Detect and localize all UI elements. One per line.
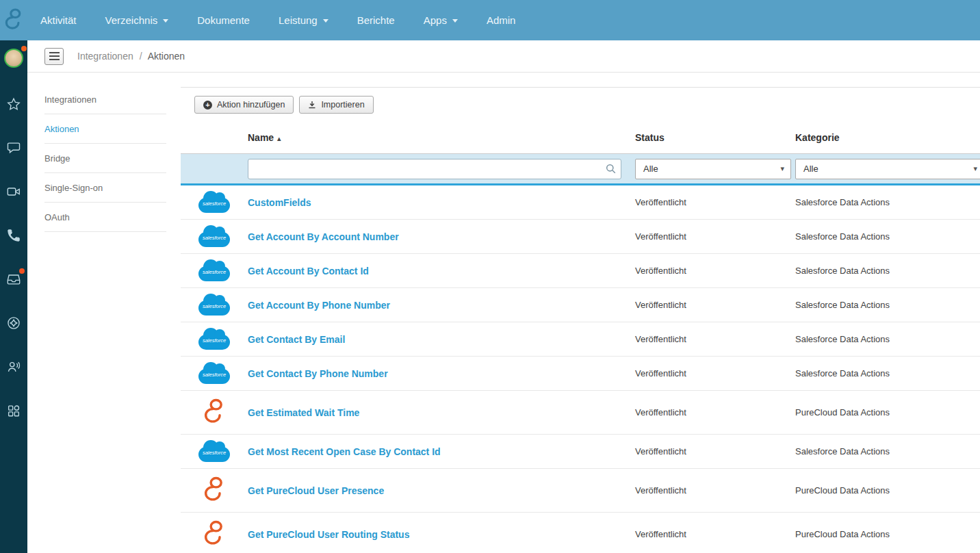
action-name-link[interactable]: Get PureCloud User Routing Status [248,529,635,540]
purecloud-icon [181,519,248,550]
genesys-logo [0,0,27,40]
column-header-name[interactable]: Name▴ [248,132,635,143]
video-icon[interactable] [5,183,23,201]
nav-menu: Aktivität Verzeichnis Dokumente Leistung… [40,0,530,40]
phone-icon[interactable] [5,227,23,244]
nav-item-label: Apps [424,14,447,26]
salesforce-icon: salesforce [198,232,230,247]
action-name-link[interactable]: Get Estimated Wait Time [248,407,635,418]
avatar [4,49,23,68]
action-status: Veröffentlicht [635,529,795,539]
breadcrumb-separator: / [136,51,146,62]
nav-item-leistung[interactable]: Leistung [264,0,343,40]
action-category: Salesforce Data Actions [795,231,980,242]
sidebar-item-oauth[interactable]: OAuth [44,203,166,232]
breadcrumb-section[interactable]: Integrationen [77,51,133,62]
action-name-link[interactable]: Get Account By Phone Number [248,300,635,311]
table-header: Name▴ Status Kategorie [181,122,980,153]
menu-toggle-button[interactable] [44,48,64,65]
plus-icon: + [203,101,212,110]
sidebar-item-aktionen[interactable]: Aktionen [44,114,166,144]
table-row[interactable]: salesforce Get Account By Contact Id Ver… [181,254,980,288]
nav-item-apps[interactable]: Apps [409,0,472,40]
user-avatar[interactable] [4,49,23,68]
chevron-down-icon [163,19,168,23]
chevron-down-icon [452,19,458,23]
action-name-link[interactable]: CustomFields [248,197,635,208]
table-row[interactable]: Get Estimated Wait Time Veröffentlicht P… [181,391,980,435]
table-row[interactable]: Get PureCloud User Routing Status Veröff… [181,513,980,553]
action-status: Veröffentlicht [635,266,795,276]
action-category: PureCloud Data Actions [795,485,980,496]
nav-item-aktivitaet[interactable]: Aktivität [40,0,91,40]
salesforce-icon: salesforce [198,300,230,316]
action-name-link[interactable]: Get Account By Contact Id [248,266,635,276]
salesforce-icon: salesforce [198,198,230,213]
purecloud-icon [181,397,248,428]
action-category: Salesforce Data Actions [795,334,980,344]
name-filter [248,159,621,179]
nav-item-label: Verzeichnis [105,14,158,26]
nav-item-dokumente[interactable]: Dokumente [183,0,264,40]
import-label: Importieren [321,100,364,110]
header-bar: Integrationen / Aktionen [27,40,980,73]
inbox-icon[interactable] [5,270,23,288]
chat-icon[interactable] [5,139,23,157]
nav-item-label: Leistung [279,14,318,26]
category-filter-value: Alle [803,164,818,174]
chevron-down-icon: ▾ [780,164,784,173]
nav-item-verzeichnis[interactable]: Verzeichnis [91,0,183,40]
action-category: Salesforce Data Actions [795,266,980,276]
apps-grid-icon[interactable] [5,402,23,420]
action-name-link[interactable]: Get Account By Account Number [248,231,635,242]
action-category: PureCloud Data Actions [795,407,980,417]
sidebar-item-single-sign-on[interactable]: Single-Sign-on [44,173,166,203]
sidebar-item-integrationen[interactable]: Integrationen [44,85,166,114]
nav-item-label: Dokumente [197,14,250,26]
table-row[interactable]: salesforce Get Most Recent Open Case By … [181,435,980,469]
favorites-star-icon[interactable] [5,95,23,113]
action-name-link[interactable]: Get Contact By Email [248,334,635,345]
top-nav: Aktivität Verzeichnis Dokumente Leistung… [0,0,980,40]
table-row[interactable]: Get PureCloud User Presence Veröffentlic… [181,469,980,513]
chevron-down-icon [323,19,328,23]
breadcrumb-page: Aktionen [148,51,185,62]
nav-item-label: Aktivität [40,14,77,26]
nav-item-berichte[interactable]: Berichte [343,0,409,40]
filter-row: Alle ▾ Alle ▾ [181,153,980,185]
search-input[interactable] [248,159,621,179]
content: Integrationen Aktionen Bridge Single-Sig… [27,73,980,552]
compass-icon[interactable] [5,314,23,332]
action-status: Veröffentlicht [635,197,795,207]
sidebar-item-bridge[interactable]: Bridge [44,144,166,173]
action-status: Veröffentlicht [635,407,795,417]
icon-rail [0,40,27,553]
nav-item-admin[interactable]: Admin [472,0,530,40]
category-filter-select[interactable]: Alle ▾ [795,159,980,179]
table-row[interactable]: salesforce Get Contact By Email Veröffen… [181,322,980,357]
table-row[interactable]: salesforce CustomFields Veröffentlicht S… [181,185,980,220]
action-status: Veröffentlicht [635,334,795,344]
table-row[interactable]: salesforce Get Contact By Phone Number V… [181,357,980,391]
toolbar: + Aktion hinzufügen Importieren [181,88,980,122]
agent-audio-icon[interactable] [5,358,23,376]
download-icon [308,101,316,109]
action-category: Salesforce Data Actions [795,300,980,310]
column-header-status[interactable]: Status [635,132,795,143]
add-action-button[interactable]: + Aktion hinzufügen [194,96,294,114]
status-filter-select[interactable]: Alle ▾ [635,159,791,179]
main-panel: + Aktion hinzufügen Importieren Name▴ [181,87,980,552]
action-category: Salesforce Data Actions [795,197,980,207]
action-name-link[interactable]: Get PureCloud User Presence [248,485,635,496]
breadcrumb: Integrationen / Aktionen [77,51,185,62]
column-header-kategorie[interactable]: Kategorie [795,132,980,143]
action-category: Salesforce Data Actions [795,368,980,378]
action-name-link[interactable]: Get Most Recent Open Case By Contact Id [248,446,635,457]
nav-item-label: Admin [487,14,516,26]
table-row[interactable]: salesforce Get Account By Account Number… [181,220,980,254]
salesforce-icon: salesforce [198,447,230,462]
table-row[interactable]: salesforce Get Account By Phone Number V… [181,288,980,322]
purecloud-icon [181,475,248,506]
import-button[interactable]: Importieren [299,96,373,114]
action-name-link[interactable]: Get Contact By Phone Number [248,368,635,379]
